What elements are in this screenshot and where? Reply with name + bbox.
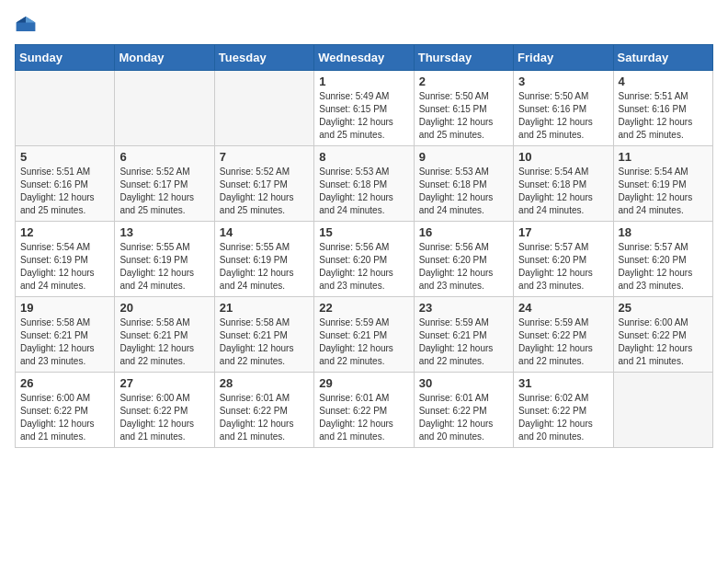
page-header <box>15 15 713 33</box>
calendar-cell: 29Sunrise: 6:01 AM Sunset: 6:22 PM Dayli… <box>314 373 414 448</box>
calendar-cell: 19Sunrise: 5:58 AM Sunset: 6:21 PM Dayli… <box>16 297 115 373</box>
day-info: Sunrise: 6:01 AM Sunset: 6:22 PM Dayligh… <box>319 392 408 443</box>
day-number: 21 <box>220 301 309 315</box>
day-number: 2 <box>419 75 508 88</box>
calendar-cell <box>613 373 712 448</box>
calendar-cell: 31Sunrise: 6:02 AM Sunset: 6:22 PM Dayli… <box>514 373 613 448</box>
calendar-cell: 26Sunrise: 6:00 AM Sunset: 6:22 PM Dayli… <box>16 373 115 448</box>
day-info: Sunrise: 5:56 AM Sunset: 6:20 PM Dayligh… <box>319 241 408 293</box>
day-header-friday: Friday <box>514 45 613 71</box>
week-row-5: 26Sunrise: 6:00 AM Sunset: 6:22 PM Dayli… <box>16 373 713 448</box>
week-row-4: 19Sunrise: 5:58 AM Sunset: 6:21 PM Dayli… <box>16 297 713 373</box>
calendar-cell: 27Sunrise: 6:00 AM Sunset: 6:22 PM Dayli… <box>115 373 214 448</box>
day-info: Sunrise: 5:53 AM Sunset: 6:18 PM Dayligh… <box>419 166 508 217</box>
day-header-tuesday: Tuesday <box>214 45 313 71</box>
day-info: Sunrise: 5:53 AM Sunset: 6:18 PM Dayligh… <box>319 166 408 217</box>
day-header-saturday: Saturday <box>613 45 712 71</box>
day-number: 26 <box>20 376 109 390</box>
day-info: Sunrise: 5:51 AM Sunset: 6:16 PM Dayligh… <box>619 90 708 142</box>
day-info: Sunrise: 5:58 AM Sunset: 6:21 PM Dayligh… <box>20 316 109 368</box>
calendar-cell: 3Sunrise: 5:50 AM Sunset: 6:16 PM Daylig… <box>514 71 613 146</box>
calendar-cell: 22Sunrise: 5:59 AM Sunset: 6:21 PM Dayli… <box>314 297 414 373</box>
day-number: 3 <box>518 75 608 88</box>
day-info: Sunrise: 5:57 AM Sunset: 6:20 PM Dayligh… <box>619 241 708 293</box>
day-number: 12 <box>20 225 109 239</box>
calendar-cell: 4Sunrise: 5:51 AM Sunset: 6:16 PM Daylig… <box>613 71 712 146</box>
day-info: Sunrise: 5:58 AM Sunset: 6:21 PM Dayligh… <box>119 316 209 368</box>
day-info: Sunrise: 5:58 AM Sunset: 6:21 PM Dayligh… <box>220 316 309 368</box>
day-info: Sunrise: 5:55 AM Sunset: 6:19 PM Dayligh… <box>119 241 209 293</box>
day-number: 1 <box>319 75 408 88</box>
day-number: 13 <box>119 225 209 239</box>
calendar-cell: 21Sunrise: 5:58 AM Sunset: 6:21 PM Dayli… <box>214 297 313 373</box>
day-number: 14 <box>220 225 309 239</box>
day-number: 29 <box>319 376 408 390</box>
day-number: 31 <box>518 376 608 390</box>
day-number: 17 <box>518 225 608 239</box>
logo-icon <box>15 15 37 33</box>
calendar-table: SundayMondayTuesdayWednesdayThursdayFrid… <box>15 44 713 448</box>
day-info: Sunrise: 6:02 AM Sunset: 6:22 PM Dayligh… <box>518 392 608 443</box>
day-info: Sunrise: 5:54 AM Sunset: 6:19 PM Dayligh… <box>20 241 109 293</box>
day-info: Sunrise: 5:50 AM Sunset: 6:15 PM Dayligh… <box>419 90 508 142</box>
day-info: Sunrise: 5:59 AM Sunset: 6:21 PM Dayligh… <box>419 316 508 368</box>
day-info: Sunrise: 5:56 AM Sunset: 6:20 PM Dayligh… <box>419 241 508 293</box>
day-number: 27 <box>119 376 209 390</box>
day-number: 7 <box>220 150 309 164</box>
day-info: Sunrise: 5:51 AM Sunset: 6:16 PM Dayligh… <box>20 166 109 217</box>
day-info: Sunrise: 5:52 AM Sunset: 6:17 PM Dayligh… <box>220 166 309 217</box>
calendar-cell <box>115 71 214 146</box>
calendar-cell: 7Sunrise: 5:52 AM Sunset: 6:17 PM Daylig… <box>214 146 313 222</box>
day-info: Sunrise: 5:49 AM Sunset: 6:15 PM Dayligh… <box>319 90 408 142</box>
calendar-cell: 16Sunrise: 5:56 AM Sunset: 6:20 PM Dayli… <box>414 222 513 297</box>
calendar-cell: 28Sunrise: 6:01 AM Sunset: 6:22 PM Dayli… <box>214 373 313 448</box>
day-number: 6 <box>119 150 209 164</box>
day-number: 22 <box>319 301 408 315</box>
day-number: 15 <box>319 225 408 239</box>
day-number: 11 <box>619 150 708 164</box>
calendar-cell: 20Sunrise: 5:58 AM Sunset: 6:21 PM Dayli… <box>115 297 214 373</box>
day-number: 23 <box>419 301 508 315</box>
calendar-cell: 8Sunrise: 5:53 AM Sunset: 6:18 PM Daylig… <box>314 146 414 222</box>
day-number: 24 <box>518 301 608 315</box>
calendar-cell: 6Sunrise: 5:52 AM Sunset: 6:17 PM Daylig… <box>115 146 214 222</box>
calendar-cell: 17Sunrise: 5:57 AM Sunset: 6:20 PM Dayli… <box>514 222 613 297</box>
day-info: Sunrise: 5:59 AM Sunset: 6:22 PM Dayligh… <box>518 316 608 368</box>
svg-marker-2 <box>17 17 26 22</box>
calendar-cell: 2Sunrise: 5:50 AM Sunset: 6:15 PM Daylig… <box>414 71 513 146</box>
calendar-cell: 5Sunrise: 5:51 AM Sunset: 6:16 PM Daylig… <box>16 146 115 222</box>
calendar-cell: 25Sunrise: 6:00 AM Sunset: 6:22 PM Dayli… <box>613 297 712 373</box>
day-info: Sunrise: 5:59 AM Sunset: 6:21 PM Dayligh… <box>319 316 408 368</box>
calendar-cell: 15Sunrise: 5:56 AM Sunset: 6:20 PM Dayli… <box>314 222 414 297</box>
day-header-wednesday: Wednesday <box>314 45 414 71</box>
day-info: Sunrise: 5:52 AM Sunset: 6:17 PM Dayligh… <box>119 166 209 217</box>
calendar-cell: 14Sunrise: 5:55 AM Sunset: 6:19 PM Dayli… <box>214 222 313 297</box>
day-number: 10 <box>518 150 608 164</box>
day-number: 8 <box>319 150 408 164</box>
calendar-cell: 18Sunrise: 5:57 AM Sunset: 6:20 PM Dayli… <box>613 222 712 297</box>
day-info: Sunrise: 6:00 AM Sunset: 6:22 PM Dayligh… <box>20 392 109 443</box>
calendar-cell: 9Sunrise: 5:53 AM Sunset: 6:18 PM Daylig… <box>414 146 513 222</box>
day-info: Sunrise: 5:54 AM Sunset: 6:18 PM Dayligh… <box>518 166 608 217</box>
calendar-cell: 11Sunrise: 5:54 AM Sunset: 6:19 PM Dayli… <box>613 146 712 222</box>
svg-marker-1 <box>26 17 35 22</box>
day-info: Sunrise: 6:01 AM Sunset: 6:22 PM Dayligh… <box>419 392 508 443</box>
calendar-cell: 1Sunrise: 5:49 AM Sunset: 6:15 PM Daylig… <box>314 71 414 146</box>
calendar-cell <box>214 71 313 146</box>
calendar-cell: 24Sunrise: 5:59 AM Sunset: 6:22 PM Dayli… <box>514 297 613 373</box>
day-number: 25 <box>619 301 708 315</box>
week-row-1: 1Sunrise: 5:49 AM Sunset: 6:15 PM Daylig… <box>16 71 713 146</box>
calendar-cell: 13Sunrise: 5:55 AM Sunset: 6:19 PM Dayli… <box>115 222 214 297</box>
calendar-cell: 12Sunrise: 5:54 AM Sunset: 6:19 PM Dayli… <box>16 222 115 297</box>
day-info: Sunrise: 6:01 AM Sunset: 6:22 PM Dayligh… <box>220 392 309 443</box>
day-info: Sunrise: 5:50 AM Sunset: 6:16 PM Dayligh… <box>518 90 608 142</box>
day-header-monday: Monday <box>115 45 214 71</box>
week-row-3: 12Sunrise: 5:54 AM Sunset: 6:19 PM Dayli… <box>16 222 713 297</box>
day-number: 19 <box>20 301 109 315</box>
day-number: 5 <box>20 150 109 164</box>
day-number: 18 <box>619 225 708 239</box>
day-info: Sunrise: 5:54 AM Sunset: 6:19 PM Dayligh… <box>619 166 708 217</box>
day-info: Sunrise: 6:00 AM Sunset: 6:22 PM Dayligh… <box>119 392 209 443</box>
day-info: Sunrise: 6:00 AM Sunset: 6:22 PM Dayligh… <box>619 316 708 368</box>
logo <box>15 15 40 33</box>
